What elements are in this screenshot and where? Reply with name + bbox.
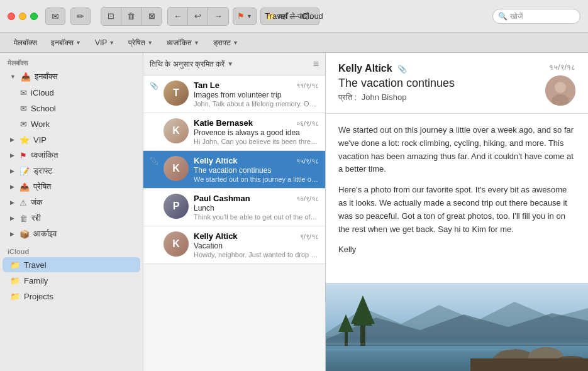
- junk-button[interactable]: ⊠: [141, 8, 162, 25]
- attachment-icon-3: 📎: [150, 157, 158, 165]
- tab-junk[interactable]: ध्वजांकित ▼: [160, 35, 206, 50]
- email-subject-3: The vacation continues: [194, 166, 319, 175]
- sidebar-item-archive[interactable]: ▶ 📦 आर्काइव: [3, 226, 140, 241]
- sidebar-flagged-label: ध्वजांकित: [31, 150, 135, 160]
- detail-image: [326, 283, 588, 371]
- attachment-icon-1: 📎: [150, 82, 158, 90]
- reply-button[interactable]: ↩: [188, 8, 208, 25]
- archive-icon: 📦: [19, 230, 30, 239]
- email-content-4: Paul Cashman १०/९/१८ Lunch Think you'll …: [194, 194, 319, 221]
- new-email-button[interactable]: ✉: [45, 8, 65, 25]
- detail-date: १५/९/१८: [549, 63, 575, 72]
- titlebar: ✉ ✏ ⊡ 🗑 ⊠ ← ↩ → ⚑ ▼ 📁 यहाँ ले जाएँ... Tr…: [0, 0, 588, 33]
- sidebar-item-work[interactable]: ✉ Work: [3, 116, 140, 131]
- email-date-2: ०६/९/१८: [296, 119, 319, 128]
- detail-sender: Kelly Altick: [338, 63, 392, 74]
- detail-paragraph-2: Here's a photo from our favorite spot. I…: [338, 184, 575, 236]
- sidebar-trash-label: रद्दी: [31, 213, 135, 223]
- email-item-5[interactable]: 📎 K Kelly Altick ९/९/१८ Vacation Howdy, …: [143, 226, 325, 264]
- email-preview-2: Hi John, Can you believe its been three …: [194, 138, 319, 145]
- trash-icon: 🗑: [19, 214, 28, 223]
- tab-mailbox[interactable]: मेलबॉक्स: [8, 35, 43, 50]
- junk-arrow: ▶: [10, 199, 14, 206]
- travel-folder-icon: 📁: [10, 260, 20, 270]
- search-box[interactable]: 🔍 खोजें: [492, 9, 580, 24]
- tab-vip[interactable]: VIP ▼: [89, 35, 121, 50]
- sidebar-item-sent[interactable]: ▶ 📤 प्रेषित: [3, 179, 140, 194]
- email-sender-5: Kelly Altick: [194, 231, 297, 241]
- toolbar-left: ✉ ✏: [45, 8, 91, 25]
- search-placeholder: खोजें: [510, 12, 523, 21]
- avatar-1: T: [164, 80, 189, 106]
- sidebar-folder-family[interactable]: 📁 Family: [3, 273, 140, 288]
- sidebar-item-vip[interactable]: ▶ ⭐ VIP: [3, 132, 140, 147]
- inbox-icon: 📥: [21, 72, 31, 82]
- sidebar-archive-label: आर्काइव: [33, 229, 135, 239]
- sidebar-family-label: Family: [24, 276, 135, 285]
- tab-vip-chevron: ▼: [109, 40, 114, 46]
- email-item-2[interactable]: 📎 K Katie Bernasek ०६/९/१८ Provence is a…: [143, 113, 325, 151]
- detail-paragraph-1: We started out on this journey a little …: [338, 124, 575, 176]
- detail-body: We started out on this journey a little …: [326, 114, 588, 283]
- email-preview-3: We started out on this journey a little …: [194, 175, 319, 183]
- flag-chevron: ▼: [247, 13, 252, 19]
- sidebar-item-school[interactable]: ✉ School: [3, 101, 140, 116]
- sent-icon: 📤: [19, 182, 30, 192]
- email-content-3: Kelly Altick १५/९/१८ The vacation contin…: [194, 156, 319, 183]
- compose-button[interactable]: ✏: [70, 8, 91, 25]
- email-sender-3: Kelly Altick: [194, 156, 294, 165]
- sidebar-school-label: School: [31, 104, 135, 113]
- email-item-4[interactable]: 📎 P Paul Cashman १०/९/१८ Lunch Think you…: [143, 189, 325, 226]
- sidebar-item-inbox[interactable]: ▼ 📥 इनबॉक्स: [3, 69, 140, 84]
- flag-button[interactable]: ⚑ ▼: [233, 8, 257, 25]
- inbox-arrow: ▼: [10, 74, 16, 80]
- main-layout: मेलबॉक्स ▼ 📥 इनबॉक्स ✉ iCloud ✉ School ✉…: [0, 53, 588, 371]
- vip-arrow: ▶: [10, 136, 14, 143]
- sidebar-item-trash[interactable]: ▶ 🗑 रद्दी: [3, 211, 140, 226]
- email-item-3[interactable]: 📎 K Kelly Altick १५/९/१८ The vacation co…: [143, 151, 325, 189]
- draft-icon: 📝: [19, 167, 30, 176]
- forward-button[interactable]: →: [208, 8, 228, 25]
- tab-draft-label: ड्राफ्ट: [213, 38, 231, 47]
- sidebar-icloud-label: iCloud: [31, 88, 135, 97]
- traffic-lights: [8, 13, 38, 20]
- sidebar-item-junk[interactable]: ▶ ⚠ जंक: [3, 195, 140, 210]
- tab-inbox[interactable]: इनबॉक्स ▼: [45, 35, 87, 50]
- tab-vip-label: VIP: [95, 38, 107, 47]
- archive-arrow: ▶: [10, 231, 14, 237]
- icloud-icon: ✉: [20, 88, 27, 97]
- tab-draft[interactable]: ड्राफ्ट ▼: [207, 35, 245, 50]
- sort-button[interactable]: तिथि के अनुसार क्रमित करें ▼: [150, 60, 313, 69]
- close-button[interactable]: [8, 13, 15, 20]
- sidebar-section-mailbox: मेलबॉक्स: [0, 57, 143, 69]
- email-list-header: तिथि के अनुसार क्रमित करें ▼ ≡: [143, 53, 325, 75]
- trash-button[interactable]: 🗑: [121, 8, 141, 25]
- sidebar-item-flagged[interactable]: ▶ ⚑ ध्वजांकित: [3, 148, 140, 163]
- sidebar-folder-projects[interactable]: 📁 Projects: [3, 289, 140, 304]
- prev-button[interactable]: ←: [168, 8, 188, 25]
- minimize-button[interactable]: [19, 13, 26, 20]
- sidebar-folder-travel[interactable]: 📁 Travel: [3, 257, 140, 272]
- email-subject-1: Images from volunteer trip: [194, 91, 319, 99]
- svg-rect-19: [326, 349, 514, 350]
- avatar-4: P: [164, 194, 189, 219]
- sidebar-item-icloud[interactable]: ✉ iCloud: [3, 85, 140, 100]
- sidebar-item-draft[interactable]: ▶ 📝 ड्राफ्ट: [3, 163, 140, 179]
- detail-header: Kelly Altick 📎 The vacation continues प्…: [326, 53, 588, 114]
- email-subject-2: Provence is always a good idea: [194, 128, 319, 137]
- filter-icon[interactable]: ≡: [313, 58, 319, 70]
- avatar-3: K: [164, 156, 189, 181]
- tab-flagged[interactable]: प्रेषित ▼: [122, 35, 159, 50]
- archive-button[interactable]: ⊡: [101, 8, 121, 25]
- school-icon: ✉: [20, 104, 27, 113]
- maximize-button[interactable]: [30, 13, 38, 20]
- email-item-1[interactable]: 📎 T Tan Le ११/९/१८ Images from volunteer…: [143, 75, 325, 113]
- sidebar-sent-label: प्रेषित: [33, 182, 135, 192]
- email-date-1: ११/९/१८: [296, 82, 319, 90]
- email-subject-4: Lunch: [194, 204, 319, 213]
- detail-to: प्रति : John Bishop: [338, 92, 538, 102]
- tab-inbox-chevron: ▼: [75, 40, 81, 46]
- tab-junk-chevron: ▼: [194, 40, 199, 46]
- sidebar-travel-label: Travel: [24, 260, 135, 270]
- email-sender-2: Katie Bernasek: [194, 118, 294, 128]
